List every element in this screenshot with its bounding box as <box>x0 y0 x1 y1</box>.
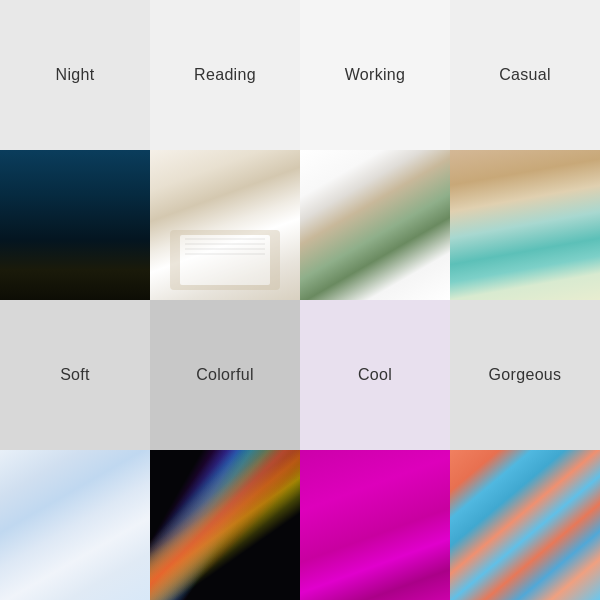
svg-rect-4 <box>185 248 265 250</box>
label-cell-colorful[interactable]: Colorful <box>150 300 300 450</box>
svg-rect-3 <box>185 243 265 245</box>
label-cell-cool[interactable]: Cool <box>300 300 450 450</box>
label-cell-reading[interactable]: Reading <box>150 0 300 150</box>
image-cell-cool[interactable] <box>300 450 450 600</box>
label-cell-gorgeous[interactable]: Gorgeous <box>450 300 600 450</box>
label-working: Working <box>345 66 406 84</box>
label-cell-working[interactable]: Working <box>300 0 450 150</box>
image-cell-night[interactable] <box>0 150 150 300</box>
label-colorful: Colorful <box>196 366 254 384</box>
image-cell-casual[interactable] <box>450 150 600 300</box>
image-cell-gorgeous[interactable] <box>450 450 600 600</box>
image-cell-reading[interactable] <box>150 150 300 300</box>
image-cell-soft[interactable] <box>0 450 150 600</box>
label-cool: Cool <box>358 366 392 384</box>
label-gorgeous: Gorgeous <box>489 366 562 384</box>
label-cell-soft[interactable]: Soft <box>0 300 150 450</box>
image-cell-working[interactable] <box>300 150 450 300</box>
theme-grid: Night Reading Working Casual Soft Colorf… <box>0 0 600 600</box>
svg-rect-5 <box>185 253 265 255</box>
label-cell-casual[interactable]: Casual <box>450 0 600 150</box>
label-night: Night <box>56 66 95 84</box>
label-reading: Reading <box>194 66 256 84</box>
label-cell-night[interactable]: Night <box>0 0 150 150</box>
svg-rect-1 <box>180 235 270 285</box>
svg-rect-2 <box>185 238 265 240</box>
label-casual: Casual <box>499 66 551 84</box>
image-cell-colorful[interactable] <box>150 450 300 600</box>
label-soft: Soft <box>60 366 90 384</box>
